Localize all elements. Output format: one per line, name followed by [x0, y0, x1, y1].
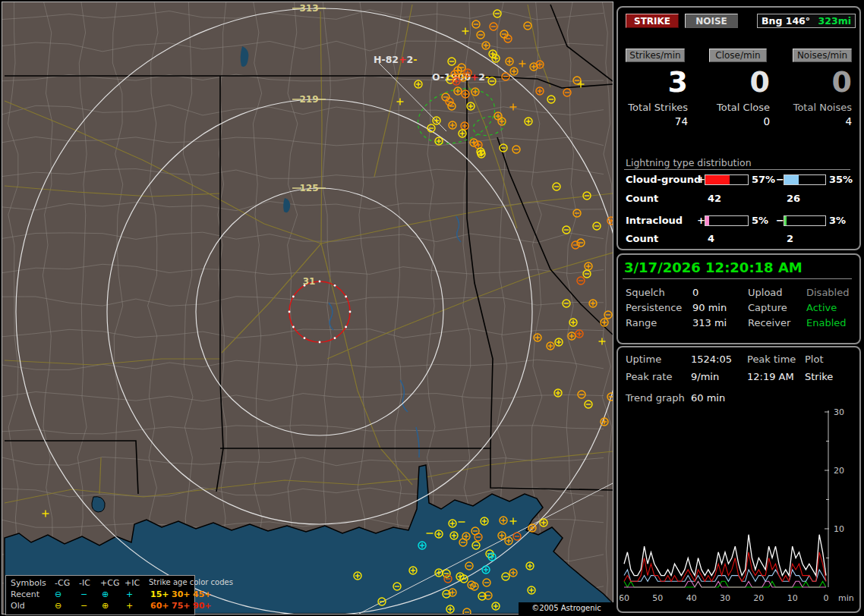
neg-cg-count: 26 — [787, 193, 800, 204]
svg-text:219: 219 — [299, 94, 318, 105]
svg-text:min: min — [838, 593, 854, 603]
map-canvas[interactable]: 31321912531 H-82+2-O-1900+2- Symbols -CG… — [2, 2, 613, 614]
peak-rate-label: Peak rate — [626, 371, 672, 382]
total-close-label: Total Close — [702, 102, 770, 113]
peak-rate-value: 9/min — [691, 371, 719, 382]
upload-label: Upload — [748, 287, 783, 298]
count-label: Count — [626, 233, 658, 244]
pos-ic-bar — [705, 215, 749, 226]
capture-status: Active — [806, 302, 837, 313]
svg-text:10: 10 — [787, 593, 798, 603]
legend-age-title: Strike age color codes — [149, 578, 233, 586]
svg-text:20: 20 — [834, 466, 844, 476]
trend-graph: 1020306050403020100min — [620, 407, 856, 607]
legend-col-ncg: -CG — [55, 578, 70, 588]
close-column: 0 Total Close 0 — [702, 67, 770, 127]
bearing-range: 323mi — [818, 14, 851, 27]
trend-panel: Uptime 1524:05 Peak time Plot Peak rate … — [616, 346, 861, 613]
bearing-indicator: Bng 146° 323mi — [757, 14, 856, 28]
peak-time-label: Peak time — [747, 354, 796, 365]
persistence-label: Persistence — [626, 302, 682, 313]
noises-per-min-chip[interactable]: Noises/min — [793, 49, 852, 62]
svg-text:31: 31 — [303, 276, 316, 287]
age-30: 30+ — [172, 589, 191, 599]
strike-button[interactable]: STRIKE — [626, 14, 679, 28]
close-per-min-chip[interactable]: Close/min — [709, 49, 767, 62]
cloud-ground-label: Cloud-ground — [626, 174, 701, 185]
old-ncg-icon: ⊖ — [55, 601, 61, 611]
age-45: 45+ — [193, 589, 212, 599]
total-close-value: 0 — [702, 115, 770, 127]
sidebar: STRIKE NOISE Bng 146° 323mi Strikes/min … — [615, 0, 864, 616]
legend-col-nic: -IC — [79, 578, 90, 588]
app-window: 31321912531 H-82+2-O-1900+2- Symbols -CG… — [0, 0, 864, 616]
svg-text:40: 40 — [686, 593, 697, 603]
trend-graph-window: 60 min — [691, 392, 725, 404]
strikes-per-min-value: 3 — [623, 67, 688, 97]
strikes-per-min-chip[interactable]: Strikes/min — [626, 49, 685, 62]
recent-nic-icon: − — [80, 589, 87, 599]
total-strikes-value: 74 — [623, 115, 688, 127]
old-pic-icon: + — [126, 601, 133, 611]
intracloud-label: Intracloud — [626, 215, 683, 226]
recent-pcg-icon: ⊕ — [102, 589, 109, 599]
strike-stats-panel: STRIKE NOISE Bng 146° 323mi Strikes/min … — [616, 6, 861, 250]
pos-cg-bar — [705, 174, 749, 185]
svg-text:60: 60 — [620, 593, 629, 603]
legend-row-old-label: Old — [11, 601, 25, 611]
neg-ic-pct: 3% — [829, 215, 846, 226]
copyright-text: ©2005 Astrogenic Systems — [519, 602, 614, 614]
age-75: 75+ — [172, 601, 191, 611]
recent-ncg-icon: ⊖ — [55, 589, 61, 599]
uptime-value: 1524:05 — [691, 354, 732, 365]
pos-cg-pct: 57% — [752, 174, 775, 185]
count-label: Count — [626, 193, 658, 204]
divider — [623, 278, 852, 279]
datetime-display: 3/17/2026 12:20:18 AM — [624, 259, 803, 275]
recent-pic-icon: + — [126, 589, 133, 599]
receiver-status: Enabled — [806, 317, 847, 328]
legend-row-recent-label: Recent — [11, 589, 39, 599]
pos-ic-count: 4 — [708, 233, 714, 244]
plot-mode-value: Strike — [805, 371, 833, 382]
status-panel: 3/17/2026 12:20:18 AM Squelch 0 Upload D… — [616, 253, 861, 344]
legend-col-pcg: +CG — [100, 578, 119, 588]
age-60: 60+ — [150, 601, 169, 611]
peak-time-value: 12:19 AM — [747, 371, 794, 382]
pos-ic-pct: 5% — [752, 215, 768, 226]
old-pcg-icon: ⊕ — [102, 601, 109, 611]
persistence-value: 90 min — [692, 302, 727, 313]
neg-ic-count: 2 — [787, 233, 793, 244]
svg-text:50: 50 — [652, 593, 663, 603]
noises-per-min-value: 0 — [784, 67, 852, 97]
noise-button[interactable]: NOISE — [685, 14, 738, 28]
squelch-value: 0 — [692, 287, 698, 298]
svg-text:313: 313 — [299, 3, 318, 14]
strikes-column: 3 Total Strikes 74 — [623, 67, 688, 127]
range-label: Range — [626, 317, 657, 328]
age-90: 90+ — [193, 601, 212, 611]
noises-column: 0 Total Noises 4 — [784, 67, 852, 127]
svg-text:125: 125 — [299, 183, 318, 193]
svg-text:0: 0 — [824, 593, 829, 603]
map-svg: 31321912531 H-82+2-O-1900+2- — [2, 2, 613, 614]
total-noises-value: 4 — [784, 115, 852, 127]
pos-cg-count: 42 — [708, 193, 721, 204]
squelch-label: Squelch — [626, 287, 665, 298]
uptime-label: Uptime — [626, 354, 661, 365]
range-value: 313 mi — [692, 317, 727, 328]
neg-cg-bar — [784, 174, 826, 185]
capture-label: Capture — [748, 302, 787, 313]
neg-ic-bar — [784, 215, 826, 226]
svg-text:30: 30 — [834, 407, 844, 417]
close-per-min-value: 0 — [702, 67, 770, 97]
svg-text:H-82+2-: H-82+2- — [374, 54, 417, 65]
trend-graph-label: Trend graph — [626, 392, 685, 404]
svg-text:30: 30 — [720, 593, 730, 603]
plot-label: Plot — [805, 354, 824, 365]
neg-cg-pct: 35% — [829, 174, 853, 185]
receiver-label: Receiver — [748, 317, 790, 328]
distribution-title: Lightning type distribution — [626, 157, 752, 168]
svg-text:20: 20 — [753, 593, 764, 603]
old-nic-icon: − — [80, 601, 87, 611]
